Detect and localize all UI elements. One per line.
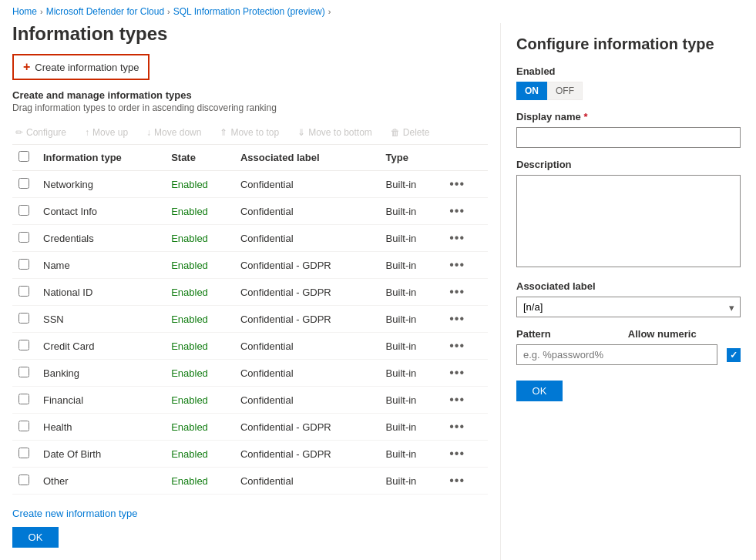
row-checkbox-3[interactable] <box>18 259 29 270</box>
display-name-field-group: Display name * <box>516 111 741 148</box>
row-checkbox-10[interactable] <box>18 448 29 458</box>
row-checkbox-0[interactable] <box>18 178 29 189</box>
ok-button-right[interactable]: OK <box>516 381 563 401</box>
row-state: Enabled <box>165 198 234 225</box>
header-checkbox-cell <box>12 145 37 171</box>
row-more-button-0[interactable]: ••• <box>446 177 468 191</box>
delete-button[interactable]: 🗑 Delete <box>388 126 433 139</box>
required-marker: * <box>583 111 587 122</box>
row-checkbox-cell <box>12 441 37 468</box>
row-actions: ••• <box>440 306 488 333</box>
row-more-button-10[interactable]: ••• <box>446 447 468 461</box>
row-name: Credentials <box>37 225 165 252</box>
row-type: Built-in <box>380 333 441 360</box>
allow-numeric-checkbox[interactable] <box>727 348 741 362</box>
move-to-top-icon: ⇑ <box>220 127 227 138</box>
row-checkbox-cell <box>12 279 37 306</box>
row-more-button-6[interactable]: ••• <box>446 339 468 353</box>
row-name: Health <box>37 414 165 441</box>
associated-label-select[interactable]: [n/a] Confidential Confidential - GDPR H… <box>516 297 741 317</box>
row-checkbox-7[interactable] <box>18 367 29 377</box>
row-name: Banking <box>37 360 165 387</box>
row-type: Built-in <box>380 225 441 252</box>
breadcrumb-home[interactable]: Home <box>12 6 37 17</box>
row-more-button-5[interactable]: ••• <box>446 312 468 326</box>
row-label: Confidential <box>234 225 380 252</box>
row-checkbox-cell <box>12 252 37 279</box>
row-label: Confidential <box>234 360 380 387</box>
row-checkbox-4[interactable] <box>18 286 29 297</box>
toggle-on-button[interactable]: ON <box>516 82 547 100</box>
toggle-off-button[interactable]: OFF <box>547 82 583 100</box>
table-row: SSN Enabled Confidential - GDPR Built-in… <box>12 306 488 333</box>
row-checkbox-5[interactable] <box>18 313 29 324</box>
breadcrumb-sql[interactable]: SQL Information Protection (preview) <box>173 6 325 17</box>
configure-label: Configure <box>26 127 66 138</box>
row-checkbox-9[interactable] <box>18 421 29 431</box>
associated-label-select-wrapper: [n/a] Confidential Confidential - GDPR H… <box>516 297 741 317</box>
display-name-input[interactable] <box>516 127 741 148</box>
row-name: SSN <box>37 306 165 333</box>
row-checkbox-cell <box>12 468 37 495</box>
row-checkbox-2[interactable] <box>18 232 29 243</box>
row-label: Confidential <box>234 171 380 198</box>
row-type: Built-in <box>380 441 441 468</box>
pattern-input[interactable] <box>516 344 717 365</box>
row-checkbox-cell <box>12 225 37 252</box>
associated-label-label: Associated label <box>516 280 741 292</box>
row-actions: ••• <box>440 279 488 306</box>
move-to-top-button[interactable]: ⇑ Move to top <box>217 126 282 139</box>
move-down-button[interactable]: ↓ Move down <box>143 126 204 139</box>
create-information-type-button[interactable]: + Create information type <box>12 54 150 80</box>
row-more-button-3[interactable]: ••• <box>446 258 468 272</box>
row-checkbox-cell <box>12 171 37 198</box>
row-state: Enabled <box>165 306 234 333</box>
header-state: State <box>165 145 234 171</box>
row-checkbox-8[interactable] <box>18 394 29 404</box>
row-state: Enabled <box>165 360 234 387</box>
row-checkbox-6[interactable] <box>18 340 29 350</box>
pattern-header: Pattern Allow numeric <box>516 328 741 340</box>
row-more-button-1[interactable]: ••• <box>446 204 468 218</box>
pattern-col-label: Pattern <box>516 328 551 340</box>
row-type: Built-in <box>380 387 441 414</box>
row-type: Built-in <box>380 198 441 225</box>
move-to-bottom-icon: ⇓ <box>297 127 305 138</box>
breadcrumb-defender[interactable]: Microsoft Defender for Cloud <box>46 6 164 17</box>
row-checkbox-cell <box>12 387 37 414</box>
toggle-container: ON OFF <box>516 82 741 100</box>
create-btn-label: Create information type <box>35 62 139 73</box>
left-panel: Information types + Create information t… <box>0 23 501 560</box>
description-textarea[interactable] <box>516 175 741 267</box>
row-checkbox-cell <box>12 414 37 441</box>
row-checkbox-1[interactable] <box>18 205 29 216</box>
row-more-button-7[interactable]: ••• <box>446 366 468 380</box>
row-type: Built-in <box>380 252 441 279</box>
move-up-button[interactable]: ↑ Move up <box>82 126 131 139</box>
move-to-bottom-button[interactable]: ⇓ Move to bottom <box>294 126 375 139</box>
row-more-button-2[interactable]: ••• <box>446 231 468 245</box>
create-new-information-type-link[interactable]: Create new information type <box>12 508 138 519</box>
row-state: Enabled <box>165 225 234 252</box>
row-name: Other <box>37 468 165 495</box>
delete-label: Delete <box>403 127 430 138</box>
allow-numeric-col-label: Allow numeric <box>628 328 697 340</box>
row-label: Confidential <box>234 333 380 360</box>
configure-button[interactable]: ✏ Configure <box>12 126 69 139</box>
row-state: Enabled <box>165 252 234 279</box>
row-more-button-9[interactable]: ••• <box>446 420 468 434</box>
row-actions: ••• <box>440 333 488 360</box>
row-checkbox-11[interactable] <box>18 474 29 485</box>
row-more-button-4[interactable]: ••• <box>446 285 468 299</box>
pattern-row <box>516 344 741 365</box>
row-actions: ••• <box>440 414 488 441</box>
row-state: Enabled <box>165 333 234 360</box>
row-actions: ••• <box>440 360 488 387</box>
select-all-checkbox[interactable] <box>18 151 29 162</box>
row-more-button-8[interactable]: ••• <box>446 393 468 407</box>
footer-link-container: Create new information type <box>12 508 488 519</box>
ok-button-left[interactable]: OK <box>12 527 59 548</box>
row-more-button-11[interactable]: ••• <box>446 474 468 488</box>
row-label: Confidential - GDPR <box>234 441 380 468</box>
row-label: Confidential <box>234 468 380 495</box>
